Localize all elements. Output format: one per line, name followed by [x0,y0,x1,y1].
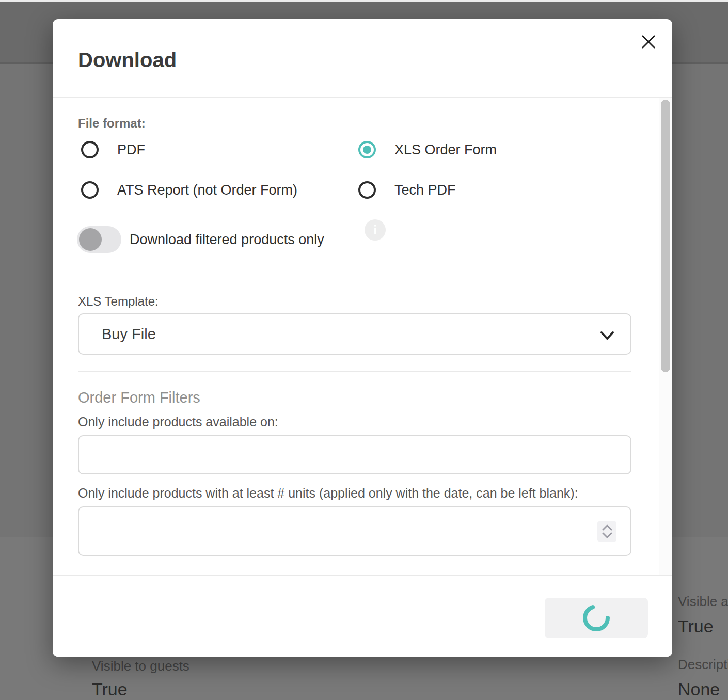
info-icon-glyph: i [373,223,377,237]
radio-icon [81,181,99,199]
radio-label: Tech PDF [394,182,456,198]
stepper-up-icon[interactable] [602,524,612,531]
xls-template-select[interactable]: Buy File [78,313,631,355]
stepper-down-icon[interactable] [602,532,612,538]
radio-pdf[interactable]: PDF [81,141,145,158]
modal-scrollbar-track[interactable] [659,98,672,575]
available-on-label: Only include products available on: [78,415,278,429]
number-stepper[interactable] [597,521,616,542]
xls-template-selected-value: Buy File [102,326,156,343]
modal-title: Download [78,49,177,72]
bg-field-label: Descripti [678,657,728,673]
radio-ats-report[interactable]: ATS Report (not Order Form) [81,181,297,199]
loading-spinner-icon [582,603,611,632]
close-button[interactable] [638,31,659,52]
toggle-knob [79,228,102,251]
radio-label: XLS Order Form [394,142,497,158]
radio-label: PDF [117,142,145,158]
xls-template-label: XLS Template: [78,294,159,309]
modal-scrollbar-thumb[interactable] [661,100,670,372]
min-units-input[interactable] [78,506,631,556]
radio-icon [358,141,376,158]
download-modal: Download File format: PDF XLS Order Form… [53,19,672,657]
header-divider [53,97,672,98]
bg-field-value: True [92,679,128,699]
chevron-down-icon [598,327,616,344]
filtered-products-toggle[interactable] [77,226,121,253]
bg-field-label: Visible to guests [92,658,189,674]
radio-label: ATS Report (not Order Form) [117,182,297,198]
info-icon[interactable]: i [365,219,386,241]
bg-field-value: None [678,679,720,699]
radio-icon [81,141,99,158]
available-on-input[interactable] [78,435,631,474]
bg-field-label: Visible af [678,594,728,610]
bg-field-value: True [678,616,714,637]
file-format-label: File format: [78,116,146,131]
section-divider [78,371,631,372]
radio-xls-order-form[interactable]: XLS Order Form [358,141,497,158]
download-submit-button[interactable] [545,598,648,638]
radio-icon [358,181,376,199]
min-units-label: Only include products with at least # un… [78,486,578,501]
order-form-filters-heading: Order Form Filters [78,389,200,406]
close-icon [640,34,657,50]
radio-tech-pdf[interactable]: Tech PDF [358,181,456,199]
screen: Visible to guests True Visible af True D… [0,0,728,700]
modal-footer [53,575,672,657]
filtered-toggle-row: Download filtered products only [77,226,324,253]
filtered-toggle-label: Download filtered products only [130,232,324,248]
